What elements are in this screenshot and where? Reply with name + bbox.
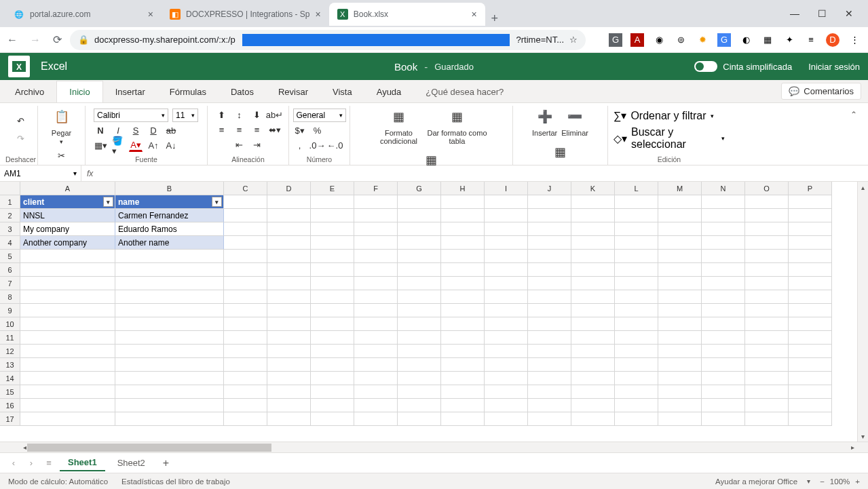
cell[interactable] (311, 304, 354, 317)
cell[interactable] (485, 222, 528, 236)
cell[interactable] (528, 385, 571, 399)
browser-tab-azure[interactable]: 🌐 portal.azure.com × (5, 3, 162, 26)
cell[interactable] (441, 236, 485, 250)
menu-datos[interactable]: Datos (219, 81, 266, 102)
cell[interactable] (311, 358, 354, 372)
conditional-format-button[interactable]: ▦ Formato condicional (375, 106, 423, 145)
cell[interactable] (115, 263, 224, 277)
cell[interactable] (224, 331, 267, 345)
cell[interactable] (115, 345, 224, 358)
cell[interactable] (571, 209, 615, 222)
cell[interactable] (311, 345, 354, 358)
cell[interactable] (115, 304, 224, 317)
filter-icon[interactable]: ▾ (103, 197, 113, 207)
ext-icon[interactable]: G (717, 33, 731, 47)
sheet-nav-next-icon[interactable]: › (24, 458, 38, 468)
cell[interactable] (441, 317, 485, 331)
cell[interactable] (311, 372, 354, 385)
cell[interactable] (115, 358, 224, 372)
strikethrough-icon[interactable]: ab (164, 125, 178, 137)
cell[interactable] (398, 290, 441, 304)
cell[interactable] (224, 236, 267, 250)
cell[interactable] (267, 385, 311, 399)
cell[interactable]: Another name (115, 236, 224, 250)
cell[interactable] (311, 317, 354, 331)
cell[interactable] (311, 195, 354, 209)
number-format-select[interactable]: General▾ (293, 109, 346, 122)
cell[interactable] (528, 209, 571, 222)
tell-me-input[interactable]: ¿Qué desea hacer? (413, 81, 516, 102)
cell[interactable] (745, 358, 789, 372)
cell[interactable] (267, 331, 311, 345)
row-header[interactable]: 14 (0, 372, 20, 385)
cell[interactable] (789, 372, 832, 385)
cell[interactable] (571, 399, 615, 412)
cell[interactable] (224, 317, 267, 331)
sort-filter-button[interactable]: ∑▾ Ordenar y filtrar▾ (614, 109, 714, 122)
cell[interactable] (745, 236, 789, 250)
cells[interactable]: client▾name▾NNSLCarmen FernandezMy compa… (20, 195, 857, 426)
cell[interactable] (571, 236, 615, 250)
cell[interactable] (441, 372, 485, 385)
cell[interactable] (615, 195, 658, 209)
row-header[interactable]: 1 (0, 195, 20, 209)
cell[interactable] (267, 345, 311, 358)
cell[interactable] (615, 250, 658, 263)
ext-icon[interactable]: G (609, 33, 622, 47)
cell[interactable] (224, 304, 267, 317)
cell[interactable] (485, 317, 528, 331)
cell[interactable] (658, 372, 702, 385)
forward-icon[interactable]: → (30, 34, 41, 46)
all-sheets-icon[interactable]: ≡ (42, 458, 56, 468)
doc-name[interactable]: Book (394, 61, 417, 73)
cell[interactable] (745, 399, 789, 412)
cell[interactable] (398, 358, 441, 372)
cell[interactable] (354, 345, 398, 358)
cell[interactable] (224, 209, 267, 222)
cell[interactable] (571, 372, 615, 385)
cell[interactable] (441, 358, 485, 372)
cell[interactable]: Another company (20, 236, 115, 250)
currency-icon[interactable]: $▾ (293, 125, 307, 137)
row-header[interactable]: 5 (0, 250, 20, 263)
cell[interactable]: name▾ (115, 195, 224, 209)
cell[interactable] (702, 412, 745, 426)
cell[interactable] (571, 277, 615, 290)
cell[interactable] (398, 304, 441, 317)
cell[interactable] (658, 345, 702, 358)
col-header[interactable]: A (20, 182, 115, 195)
help-improve[interactable]: Ayudar a mejorar Office (715, 477, 797, 486)
cell[interactable] (224, 358, 267, 372)
col-header[interactable]: K (571, 182, 615, 195)
double-underline-icon[interactable]: D (147, 125, 160, 137)
cell[interactable] (441, 250, 485, 263)
cell[interactable] (485, 331, 528, 345)
cell[interactable] (615, 290, 658, 304)
col-header[interactable]: J (528, 182, 571, 195)
font-name-select[interactable]: Calibri▾ (94, 109, 168, 122)
col-header[interactable]: F (354, 182, 398, 195)
cell[interactable] (311, 412, 354, 426)
cell[interactable] (441, 345, 485, 358)
align-middle-icon[interactable]: ↕ (233, 109, 246, 121)
format-as-table-button[interactable]: ▦ Dar formato como tabla (427, 106, 488, 145)
simplified-ribbon-toggle[interactable]: Cinta simplificada (694, 61, 792, 72)
cell[interactable] (615, 345, 658, 358)
cell[interactable] (398, 263, 441, 277)
cell[interactable] (398, 331, 441, 345)
cell[interactable] (354, 399, 398, 412)
cell[interactable] (20, 250, 115, 263)
cell[interactable] (398, 195, 441, 209)
cell[interactable] (224, 195, 267, 209)
cell[interactable] (615, 399, 658, 412)
cell[interactable] (615, 385, 658, 399)
cell[interactable] (571, 263, 615, 277)
find-select-button[interactable]: ◇▾ Buscar y seleccionar▾ (614, 126, 725, 151)
cell[interactable] (789, 304, 832, 317)
cell[interactable] (789, 399, 832, 412)
cell[interactable] (485, 290, 528, 304)
signin-button[interactable]: Iniciar sesión (808, 62, 860, 72)
row-header[interactable]: 9 (0, 304, 20, 317)
bold-icon[interactable]: N (94, 125, 107, 137)
cell[interactable] (441, 290, 485, 304)
